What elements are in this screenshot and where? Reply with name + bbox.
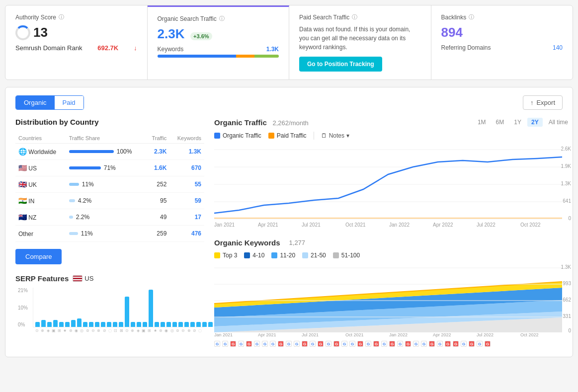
backlinks-info-icon[interactable]: ⓘ (469, 13, 474, 21)
svg-text:Jan 2022: Jan 2022 (389, 222, 410, 228)
serp-title: SERP Features US (15, 274, 204, 283)
google-g-icon: G (318, 341, 324, 347)
serp-icon: ⊕ (40, 328, 44, 334)
authority-title: Authority Score ⓘ (15, 13, 137, 21)
traffic-bar (69, 150, 114, 153)
filter-1m[interactable]: 1M (474, 118, 490, 127)
serp-icon: ★ (153, 328, 157, 334)
ref-domains-row: Referring Domains 140 (441, 44, 563, 51)
legend-paid: Paid Traffic (268, 132, 307, 139)
serp-bar (172, 322, 177, 327)
serp-icon: ⊕ (131, 328, 135, 334)
serp-bar (47, 322, 52, 327)
bar-seg2 (236, 55, 254, 58)
notes-icon: 🗒 (321, 132, 327, 139)
organic-legend-icon (214, 133, 220, 139)
svg-text:1.9K: 1.9K (561, 163, 571, 169)
serp-bar (184, 322, 189, 327)
serp-bar (53, 320, 58, 327)
serp-bar (83, 322, 87, 327)
serp-icon: ⊜ (85, 328, 89, 334)
svg-text:Jan 2022: Jan 2022 (389, 332, 408, 337)
serp-y-labels: 21% 10% 0% (18, 288, 28, 327)
google-g-icon: G (469, 341, 475, 347)
svg-text:Apr 2022: Apr 2022 (433, 332, 451, 337)
notes-button[interactable]: 🗒 Notes ▾ (321, 132, 349, 139)
serp-bar (35, 322, 40, 327)
legend-51-100: 51-100 (333, 252, 360, 259)
distribution-table: Countries Traffic Share Traffic Keywords… (15, 133, 204, 242)
traffic-bar (69, 166, 101, 169)
backlinks-card: Backlinks ⓘ 894 Referring Domains 140 (431, 5, 573, 79)
svg-text:0: 0 (568, 328, 571, 333)
paid-desc: Data was not found. If this is your doma… (299, 25, 421, 52)
google-g-icon: G (294, 341, 300, 347)
ref-domains-label: Referring Domains (441, 44, 491, 51)
organic-paid-tabs: Organic Paid (15, 95, 84, 110)
svg-text:Jul 2021: Jul 2021 (302, 222, 321, 228)
serp-bar (71, 320, 76, 327)
legend-21-50: 21-50 (302, 252, 326, 259)
google-g-icon: G (477, 341, 483, 347)
serp-icon: ◌ (108, 328, 112, 334)
time-filters: 1M 6M 1Y 2Y All time (474, 118, 572, 127)
serp-icon: ▣ (142, 328, 146, 334)
organic-badge: +3.6% (190, 32, 212, 40)
serp-icon: ◎ (80, 328, 84, 334)
paid-title: Paid Search Traffic ⓘ (299, 13, 421, 21)
serp-icon: ⊙ (125, 328, 129, 334)
serp-icon: ◈ (46, 328, 50, 334)
google-g-icon: G (302, 341, 308, 347)
keywords-svg: 1.3K 993 662 331 0 (214, 263, 572, 337)
serp-bar (178, 322, 183, 327)
serp-icon: ⊗ (97, 328, 101, 334)
serp-bar (131, 322, 135, 327)
google-g-icon: G (445, 341, 451, 347)
export-button[interactable]: ↑ Export (523, 95, 563, 110)
svg-text:0: 0 (568, 216, 571, 221)
filter-1y[interactable]: 1Y (510, 118, 525, 127)
organic-search-card: Organic Search Traffic ⓘ 2.3K +3.6% Keyw… (148, 5, 290, 79)
keywords-label: Keywords (158, 46, 184, 53)
organic-title: Organic Search Traffic ⓘ (158, 15, 279, 22)
serp-bar (137, 322, 141, 327)
serp-bar (155, 322, 159, 327)
notes-chevron-icon: ▾ (346, 132, 349, 139)
down-arrow-icon: ↓ (134, 44, 137, 52)
serp-bar (190, 322, 195, 327)
table-row: 🇬🇧 UK 11% 252 55 (15, 176, 204, 193)
51-100-legend-icon (333, 252, 339, 258)
compare-button[interactable]: Compare (15, 249, 62, 264)
col-keywords: Keywords (169, 133, 204, 144)
right-column: Organic Traffic 2,262/month 1M 6M 1Y 2Y … (214, 118, 572, 349)
svg-text:993: 993 (563, 281, 571, 286)
serp-bar (107, 322, 111, 327)
authority-info-icon[interactable]: ⓘ (59, 13, 64, 21)
google-g-icon: G (310, 341, 316, 347)
organic-info-icon[interactable]: ⓘ (219, 15, 225, 22)
svg-text:Jan 2021: Jan 2021 (214, 332, 233, 337)
serp-icon: ⊛ (159, 328, 163, 334)
filter-2y[interactable]: 2Y (527, 118, 543, 127)
svg-text:Apr 2021: Apr 2021 (258, 222, 278, 228)
google-g-icon: G (333, 341, 339, 347)
paid-info-icon[interactable]: ⓘ (352, 13, 357, 21)
google-g-icon: G (270, 341, 276, 347)
svg-text:Jul 2022: Jul 2022 (477, 332, 494, 337)
filter-6m[interactable]: 6M (492, 118, 508, 127)
keywords-legend: Top 3 4-10 11-20 21-50 (214, 252, 572, 259)
legend-11-20: 11-20 (271, 252, 295, 259)
distribution-title: Distribution by Country (15, 118, 204, 126)
paid-search-card: Paid Search Traffic ⓘ Data was not found… (289, 5, 431, 79)
serp-icon: ▣ (52, 328, 56, 334)
keywords-bar (158, 55, 279, 58)
organic-traffic-header: Organic Traffic 2,262/month 1M 6M 1Y 2Y … (214, 118, 572, 127)
filter-all-time[interactable]: All time (545, 118, 572, 127)
go-to-position-tracking-button[interactable]: Go to Position Tracking (299, 57, 382, 72)
svg-text:Jul 2022: Jul 2022 (477, 222, 495, 228)
tab-paid[interactable]: Paid (55, 96, 83, 109)
serp-bar (161, 322, 165, 327)
tab-organic[interactable]: Organic (16, 96, 55, 109)
table-row: 🇺🇸 US 71% 1.6K 670 (15, 160, 204, 176)
svg-text:Jan 2021: Jan 2021 (214, 222, 235, 228)
